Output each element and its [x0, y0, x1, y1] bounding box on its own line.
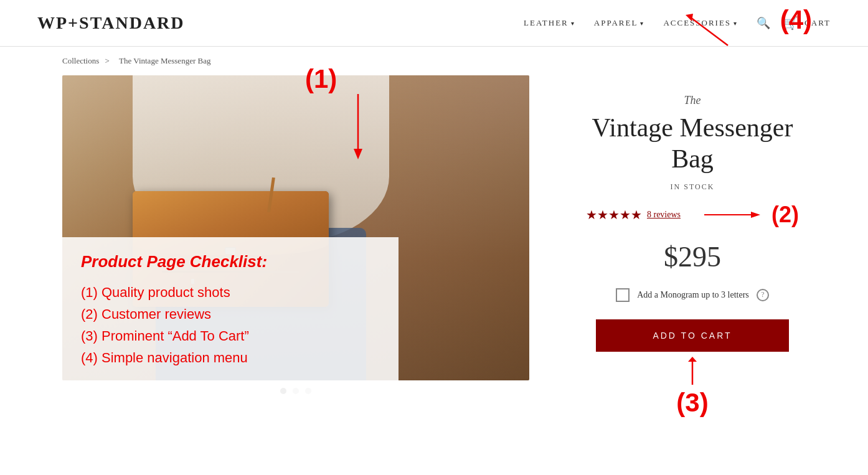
help-icon[interactable]: ? [757, 289, 769, 301]
product-image-section: (1) [62, 75, 529, 418]
checklist-item-4: (4) Simple navigation menu [81, 347, 380, 369]
site-header: WP+STANDARD LEATHER ▾ APPAREL ▾ ACCESSOR… [0, 0, 868, 47]
product-title: Vintage Messenger Bag [579, 112, 806, 175]
chevron-down-icon: ▾ [571, 20, 575, 27]
breadcrumb-collections[interactable]: Collections [62, 56, 99, 65]
star-rating: ★★★★★ [586, 207, 642, 222]
svg-marker-7 [688, 357, 697, 362]
stock-status: IN STOCK [579, 182, 806, 192]
annotation-3-label: (3) [676, 388, 708, 418]
product-info: The Vintage Messenger Bag IN STOCK ★★★★★… [579, 75, 806, 418]
checklist-title: Product Page Checklist: [81, 252, 380, 271]
checklist-item-3: (3) Prominent “Add To Cart” [81, 325, 380, 347]
breadcrumb: Collections > The Vintage Messenger Bag [0, 47, 868, 75]
search-button[interactable]: 🔍 [757, 16, 770, 30]
svg-marker-5 [751, 212, 760, 218]
breadcrumb-separator: > [105, 56, 109, 65]
logo-text: WP+STANDARD [37, 13, 185, 32]
nav-apparel[interactable]: APPAREL ▾ [594, 18, 645, 28]
reviews-row: ★★★★★ 8 reviews (2) [579, 202, 806, 228]
reviews-link[interactable]: 8 reviews [647, 210, 681, 220]
add-to-cart-section: ADD TO CART (3) [579, 319, 806, 418]
cart-icon: 🛒 [783, 16, 800, 31]
checklist-overlay: Product Page Checklist: (1) Quality prod… [62, 237, 399, 418]
product-price: $295 [579, 240, 806, 273]
nav-icons: 🔍 🛒 CART [757, 16, 831, 31]
cart-button[interactable]: 🛒 CART [783, 16, 831, 31]
site-logo[interactable]: WP+STANDARD [37, 13, 185, 33]
checklist-item-1: (1) Quality product shots [81, 281, 380, 303]
annotation-2-label: (2) [771, 202, 799, 228]
chevron-down-icon: ▾ [640, 20, 644, 27]
annotation-3-group: (3) [676, 357, 708, 418]
monogram-label: Add a Monogram up to 3 letters [637, 290, 749, 300]
add-to-cart-button[interactable]: ADD TO CART [596, 319, 789, 352]
checklist-item-2: (2) Customer reviews [81, 303, 380, 325]
chevron-down-icon: ▾ [734, 20, 738, 27]
product-subtitle: The [579, 94, 806, 107]
breadcrumb-current: The Vintage Messenger Bag [119, 56, 210, 65]
monogram-row: Add a Monogram up to 3 letters ? [579, 288, 806, 302]
nav-leather[interactable]: LEATHER ▾ [524, 18, 575, 28]
monogram-checkbox[interactable] [616, 288, 630, 302]
main-content: (1) [0, 75, 868, 443]
nav-accessories[interactable]: ACCESSORIES ▾ [663, 18, 738, 28]
annotation-2-group: (2) [704, 202, 799, 228]
main-nav: LEATHER ▾ APPAREL ▾ ACCESSORIES ▾ 🔍 🛒 CA… [524, 16, 831, 31]
